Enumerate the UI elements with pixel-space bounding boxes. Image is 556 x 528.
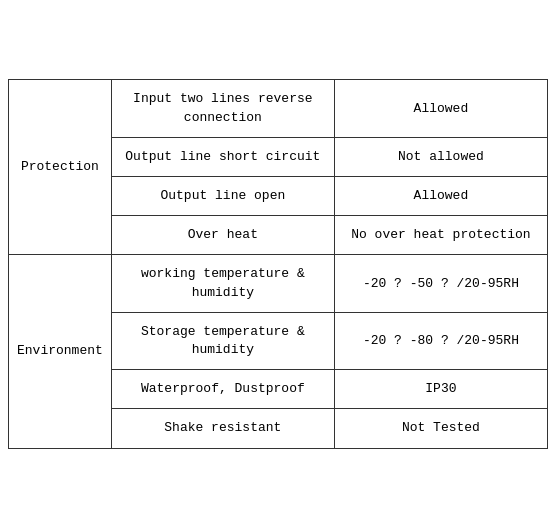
feature-cell: working temperature & humidity bbox=[111, 255, 334, 312]
specs-table: Protection Input two lines reverse conne… bbox=[8, 79, 548, 448]
value-cell: Allowed bbox=[334, 177, 547, 216]
value-cell: -20 ? -80 ? /20-95RH bbox=[334, 312, 547, 369]
feature-cell: Waterproof, Dustproof bbox=[111, 370, 334, 409]
table-row: Protection Input two lines reverse conne… bbox=[9, 80, 548, 137]
feature-cell: Output line short circuit bbox=[111, 137, 334, 176]
value-cell: Not allowed bbox=[334, 137, 547, 176]
feature-cell: Input two lines reverse connection bbox=[111, 80, 334, 137]
table-row: Environment working temperature & humidi… bbox=[9, 255, 548, 312]
value-cell: IP30 bbox=[334, 370, 547, 409]
feature-cell: Over heat bbox=[111, 216, 334, 255]
value-cell: Allowed bbox=[334, 80, 547, 137]
category-environment: Environment bbox=[9, 255, 112, 448]
value-cell: -20 ? -50 ? /20-95RH bbox=[334, 255, 547, 312]
feature-cell: Shake resistant bbox=[111, 409, 334, 448]
feature-cell: Storage temperature & humidity bbox=[111, 312, 334, 369]
value-cell: No over heat protection bbox=[334, 216, 547, 255]
feature-cell: Output line open bbox=[111, 177, 334, 216]
value-cell: Not Tested bbox=[334, 409, 547, 448]
category-protection: Protection bbox=[9, 80, 112, 255]
